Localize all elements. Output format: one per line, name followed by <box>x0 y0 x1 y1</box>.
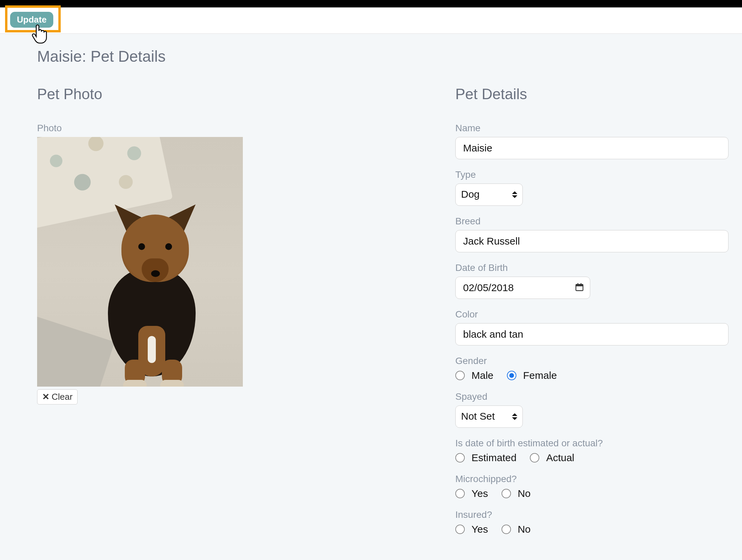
insured-yes-radio[interactable] <box>455 525 465 534</box>
clear-photo-button[interactable]: ✕ Clear <box>37 389 78 404</box>
dob-actual-option-label: Actual <box>546 452 574 464</box>
microchipped-yes-label: Yes <box>472 488 488 499</box>
type-select[interactable]: Dog <box>455 184 523 206</box>
name-input[interactable] <box>455 137 729 159</box>
dob-estimated-option-label: Estimated <box>472 452 516 464</box>
spayed-label: Spayed <box>455 391 742 402</box>
insured-no-label: No <box>518 524 531 535</box>
page-title: Maisie: Pet Details <box>37 47 742 65</box>
spayed-select[interactable]: Not Set <box>455 405 523 428</box>
dob-estimated-label: Is date of birth estimated or actual? <box>455 438 742 449</box>
gender-male-radio[interactable] <box>455 371 465 380</box>
microchipped-no-label: No <box>518 488 531 499</box>
microchipped-yes-radio[interactable] <box>455 489 465 498</box>
insured-no-radio[interactable] <box>502 525 511 534</box>
pet-photo[interactable] <box>37 137 243 387</box>
clear-photo-label: Clear <box>52 392 73 402</box>
close-icon: ✕ <box>42 392 50 402</box>
dob-label: Date of Birth <box>455 262 742 273</box>
microchipped-no-radio[interactable] <box>502 489 511 498</box>
photo-label: Photo <box>37 123 442 134</box>
color-input[interactable] <box>455 323 729 345</box>
microchipped-label: Microchipped? <box>455 474 742 484</box>
type-label: Type <box>455 169 742 180</box>
gender-male-label: Male <box>472 370 493 381</box>
window-top-bar <box>0 0 742 7</box>
pet-photo-heading: Pet Photo <box>37 86 442 103</box>
gender-female-radio[interactable] <box>507 371 516 380</box>
insured-label: Insured? <box>455 509 742 520</box>
gender-label: Gender <box>455 356 742 366</box>
dob-estimated-radio[interactable] <box>455 453 465 463</box>
insured-yes-label: Yes <box>472 524 488 535</box>
dob-input[interactable] <box>455 277 590 299</box>
toolbar: Update <box>0 7 742 34</box>
breed-label: Breed <box>455 216 742 227</box>
breed-input[interactable] <box>455 230 729 252</box>
name-label: Name <box>455 123 742 134</box>
gender-female-label: Female <box>523 370 557 381</box>
color-label: Color <box>455 309 742 320</box>
pet-details-heading: Pet Details <box>455 86 742 103</box>
pointer-cursor-icon <box>31 23 49 45</box>
dob-actual-radio[interactable] <box>530 453 539 463</box>
